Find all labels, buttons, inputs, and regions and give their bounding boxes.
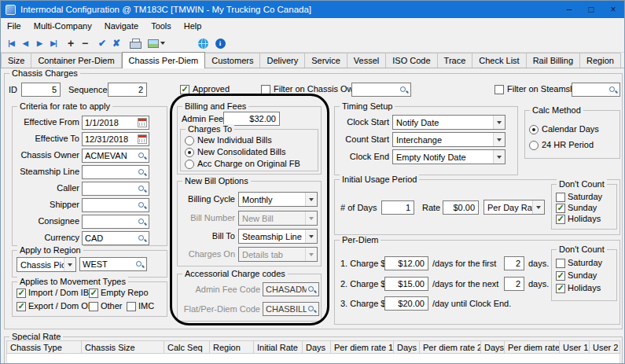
lookup-icon[interactable] (399, 85, 409, 95)
tab-vessel[interactable]: Vessel (347, 53, 386, 68)
lookup-icon[interactable] (307, 285, 317, 295)
per-diem-row1-amount-field[interactable]: $12.00 (384, 256, 428, 270)
other-checkbox[interactable] (89, 302, 98, 311)
approved-checkbox[interactable] (180, 85, 189, 94)
column-header-user-1[interactable]: User 1 (560, 341, 590, 353)
close-button[interactable]: × (602, 1, 624, 18)
tab-iso-code[interactable]: ISO Code (386, 53, 437, 68)
num-days-field[interactable]: 1 (381, 200, 414, 215)
lookup-icon[interactable] (134, 259, 145, 270)
count-start-select[interactable]: Interchange (392, 132, 506, 147)
24-hr-period-radio[interactable] (529, 141, 539, 150)
tab-region[interactable]: Region (580, 53, 621, 68)
billing-cycle-select[interactable]: Monthly (238, 192, 318, 207)
first-record-button[interactable]: |◀ (4, 36, 18, 50)
filter-steamship-checkbox[interactable] (494, 85, 504, 94)
clock-start-select[interactable]: Notify Date (392, 115, 506, 130)
tab-rail-billing[interactable]: Rail Billing (527, 53, 580, 68)
lookup-icon[interactable] (137, 200, 147, 211)
column-header-calc-seq[interactable]: Calc Seq (164, 341, 210, 353)
lookup-icon[interactable] (307, 304, 317, 314)
lookup-icon[interactable] (137, 233, 147, 244)
per-diem-sunday-checkbox[interactable] (556, 271, 565, 281)
per-diem-holidays-checkbox[interactable] (556, 284, 565, 293)
tab-check-list[interactable]: Check List (472, 53, 526, 68)
menu-multi-company[interactable]: Multi-Company (28, 18, 98, 34)
shipper-field[interactable] (82, 198, 149, 212)
per-diem-row1-days-field[interactable]: 2 (504, 256, 524, 270)
lookup-icon[interactable] (137, 167, 147, 178)
initial-holidays-checkbox[interactable] (556, 215, 565, 224)
previous-record-button[interactable]: ◀ (18, 36, 32, 50)
column-header-user-2[interactable]: User 2 (590, 341, 620, 353)
effective-from-field[interactable]: 1/1/2018 (82, 116, 149, 130)
column-header-days-3[interactable]: Days (481, 341, 505, 353)
web-button[interactable] (196, 36, 210, 50)
add-record-button[interactable]: + (64, 36, 78, 50)
export-dom-ob-checkbox[interactable] (17, 302, 26, 311)
per-diem-row2-amount-field[interactable]: $15.00 (384, 277, 428, 291)
region-field[interactable]: WEST (79, 257, 147, 271)
per-diem-row2-days-field[interactable]: 2 (504, 277, 524, 291)
filter-steamship-field[interactable] (572, 83, 620, 97)
minimize-button[interactable]: – (558, 1, 580, 18)
acc-charge-original-fb-radio[interactable] (185, 160, 194, 169)
effective-to-field[interactable]: 12/31/2018 (82, 132, 149, 146)
clock-end-select[interactable]: Empty Notify Date (392, 149, 506, 164)
imc-checkbox[interactable] (127, 302, 136, 311)
column-header-days-1[interactable]: Days (303, 341, 331, 353)
lookup-icon[interactable] (608, 85, 618, 95)
menu-help[interactable]: Help (178, 18, 208, 34)
steamship-line-field[interactable] (82, 165, 149, 179)
menu-tools[interactable]: Tools (145, 18, 178, 34)
last-record-button[interactable]: ▶| (46, 36, 61, 50)
tab-chassis-per-diem[interactable]: Chassis Per-Diem (122, 52, 206, 68)
cancel-button[interactable]: ✘ (109, 36, 123, 50)
chassis-owner-field[interactable]: ACMEVAN (82, 149, 149, 163)
bill-to-select[interactable]: Steamship Line (238, 229, 318, 244)
lookup-icon[interactable] (137, 217, 147, 227)
special-rate-empty-row[interactable] (6, 354, 620, 364)
menu-file[interactable]: File (1, 18, 28, 34)
region-mode-select[interactable]: Chassis Pick (17, 257, 76, 272)
tab-delivery[interactable]: Delivery (260, 53, 305, 68)
per-diem-row3-amount-field[interactable]: $20.00 (384, 296, 428, 311)
save-button[interactable]: ✔ (95, 36, 109, 50)
sequence-field[interactable]: 2 (108, 83, 147, 97)
maximize-button[interactable]: □ (580, 1, 602, 18)
calendar-icon[interactable] (138, 134, 147, 144)
tab-trace[interactable]: Trace (438, 53, 473, 68)
rate-field[interactable]: $0.00 (443, 200, 479, 215)
column-header-per-diem-rate-1[interactable]: Per diem rate 1 (331, 341, 394, 353)
tab-service[interactable]: Service (305, 53, 347, 68)
column-header-region[interactable]: Region (210, 341, 254, 353)
filter-chassis-owner-field[interactable] (351, 83, 411, 97)
delete-record-button[interactable]: − (78, 36, 92, 50)
consignee-field[interactable] (82, 215, 149, 229)
menu-navigate[interactable]: Navigate (98, 18, 145, 34)
column-header-initial-rate[interactable]: Initial Rate (254, 341, 303, 353)
filter-chassis-owner-checkbox[interactable] (261, 85, 270, 94)
column-header-chassis-type[interactable]: Chassis Type (7, 341, 82, 353)
tab-customers[interactable]: Customers (205, 53, 260, 68)
image-dropdown-button[interactable] (145, 36, 167, 50)
rate-type-select[interactable]: Per Day Rate (483, 200, 545, 215)
tab-size[interactable]: Size (1, 53, 31, 68)
per-diem-saturday-checkbox[interactable] (556, 259, 565, 268)
column-header-chassis-size[interactable]: Chassis Size (82, 341, 164, 353)
initial-saturday-checkbox[interactable] (556, 193, 565, 202)
lookup-icon[interactable] (137, 151, 147, 161)
currency-field[interactable]: CAD (82, 231, 149, 245)
empty-repo-checkbox[interactable] (89, 289, 98, 298)
id-field[interactable]: 5 (21, 83, 61, 97)
lookup-icon[interactable] (137, 184, 147, 194)
new-consolidated-bills-radio[interactable] (185, 148, 194, 157)
column-header-per-diem-rate-3[interactable]: Per diem rate 3 (505, 341, 560, 353)
caller-field[interactable] (82, 182, 149, 196)
calendar-icon[interactable] (138, 118, 147, 127)
column-header-days-2[interactable]: Days (394, 341, 420, 353)
import-dom-ib-checkbox[interactable] (17, 289, 26, 298)
next-record-button[interactable]: ▶ (32, 36, 46, 50)
tab-container-per-diem[interactable]: Container Per-Diem (31, 53, 121, 68)
info-button[interactable]: i (213, 36, 227, 50)
